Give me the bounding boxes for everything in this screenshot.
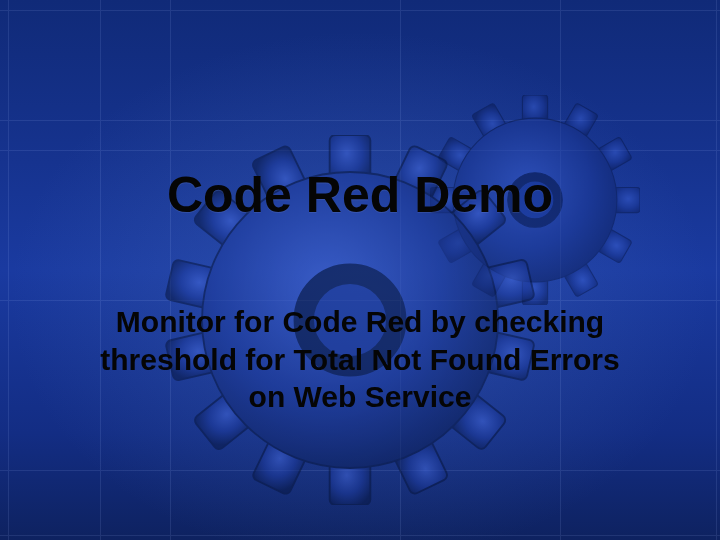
slide: Code Red Demo Monitor for Code Red by ch… (0, 0, 720, 540)
slide-content: Code Red Demo Monitor for Code Red by ch… (0, 0, 720, 540)
slide-subtitle: Monitor for Code Red by checking thresho… (80, 303, 640, 416)
slide-title: Code Red Demo (167, 168, 553, 223)
